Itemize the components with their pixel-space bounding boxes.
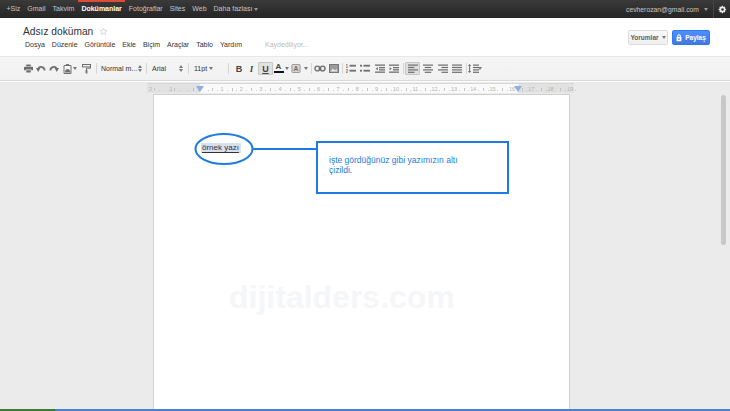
numbered-list-icon: 12 — [346, 64, 356, 73]
numbered-list-button[interactable]: 12 — [343, 62, 358, 75]
ruler-dot — [323, 90, 324, 91]
ruler-number: 18 — [548, 86, 554, 92]
align-justify-button[interactable] — [450, 62, 465, 75]
align-right-button[interactable] — [435, 62, 450, 75]
ruler-tick — [193, 88, 194, 91]
lock-icon — [676, 34, 682, 42]
ruler-tick — [290, 88, 291, 91]
ruler-dot — [227, 90, 228, 91]
up-arrow-icon — [138, 65, 142, 68]
ruler-tick — [502, 88, 503, 91]
ruler-tick — [174, 88, 175, 91]
topbar-account-area: cevherozan@gmail.com — [626, 0, 727, 18]
insert-image-button[interactable] — [327, 62, 342, 75]
line-spacing-caret-icon[interactable] — [478, 67, 482, 70]
ruler-tick — [483, 88, 484, 91]
topbar-separator — [713, 0, 714, 18]
italic-button[interactable]: I — [244, 62, 259, 75]
menu-dzenle[interactable]: Düzenle — [52, 41, 78, 48]
font-dropdown-value: Arial — [152, 65, 179, 72]
font-dropdown[interactable]: Arial — [152, 62, 183, 75]
bulleted-list-button[interactable] — [358, 62, 373, 75]
topbar-item-sites[interactable]: Sites — [166, 0, 189, 18]
ruler-tick — [464, 88, 465, 91]
font-dropdown-arrows-icon — [179, 65, 183, 72]
ruler-dot — [381, 90, 382, 91]
star-icon[interactable] — [99, 27, 108, 36]
ruler-dot — [294, 90, 295, 91]
ruler-dot — [304, 90, 305, 91]
increase-indent-button[interactable] — [386, 62, 401, 75]
down-arrow-icon — [138, 69, 142, 72]
highlight-color-button[interactable]: A — [288, 62, 303, 75]
topbar-item-label: Dokümanlar — [81, 5, 121, 12]
ruler-dot — [555, 90, 556, 91]
toolbar-separator — [228, 63, 229, 74]
doc-header: Adsız doküman DosyaDüzenleGörüntüleEkleB… — [0, 18, 730, 56]
ruler-number: 15 — [490, 86, 496, 92]
comments-button[interactable]: Yorumlar — [628, 30, 668, 45]
styles-dropdown[interactable]: Normal m... — [101, 62, 142, 75]
ruler-body[interactable]: 2112345678910111213141516171819 — [147, 83, 574, 93]
menu-bar: DosyaDüzenleGörüntüleEkleBiçimAraçlarTab… — [25, 41, 309, 48]
vertical-scrollbar[interactable] — [721, 95, 726, 245]
web-clipboard-caret-icon[interactable] — [73, 67, 77, 70]
ruler-dot — [488, 90, 489, 91]
highlight-color-icon: A — [291, 64, 301, 73]
align-left-button[interactable] — [405, 62, 420, 75]
menu-tablo[interactable]: Tablo — [196, 41, 213, 48]
left-indent-marker[interactable] — [196, 86, 204, 92]
account-email[interactable]: cevherozan@gmail.com — [626, 6, 702, 13]
topbar-item-takvim[interactable]: Takvim — [49, 0, 78, 18]
document-page[interactable]: örnek yazı işte gördüğünüz gibi yazımızı… — [153, 94, 570, 411]
highlight-color-caret-icon[interactable] — [304, 67, 308, 70]
account-caret-icon[interactable] — [704, 8, 708, 11]
menu-grntle[interactable]: Görüntüle — [85, 41, 116, 48]
menu-dosya[interactable]: Dosya — [25, 41, 45, 48]
ruler-dot — [352, 90, 353, 91]
ruler-tick — [386, 88, 387, 91]
share-button[interactable]: Paylaş — [672, 30, 710, 45]
font-size-dropdown-value: 11pt — [194, 65, 209, 72]
ruler-dot — [459, 90, 460, 91]
bold-label: B — [236, 64, 243, 74]
ruler-dot — [420, 90, 421, 91]
ruler-dot — [468, 90, 469, 91]
topbar-item-web[interactable]: Web — [189, 0, 210, 18]
menu-ekle[interactable]: Ekle — [122, 41, 136, 48]
callout-box[interactable]: işte gördüğünüz gibi yazımızın altı çizi… — [316, 141, 509, 194]
ruler-tick — [541, 88, 542, 91]
topbar-item-gmail[interactable]: Gmail — [24, 0, 49, 18]
topbar-item-fotoraflar[interactable]: Fotoğraflar — [125, 0, 166, 18]
ruler-tick — [348, 88, 349, 91]
ruler-number: 4 — [278, 86, 281, 92]
topbar-item-dahafazlas[interactable]: Daha fazlası — [210, 0, 262, 18]
ruler-dot — [507, 90, 508, 91]
gear-icon[interactable] — [718, 5, 727, 14]
menu-biim[interactable]: Biçim — [143, 41, 160, 48]
menu-yardm[interactable]: Yardım — [220, 41, 242, 48]
font-size-dropdown[interactable]: 11pt — [194, 62, 213, 75]
ruler-dot — [333, 90, 334, 91]
ruler-tick — [406, 88, 407, 91]
ruler-dot — [536, 90, 537, 91]
ruler-number: 13 — [451, 86, 457, 92]
insert-link-button[interactable] — [312, 62, 327, 75]
comments-caret-icon — [662, 36, 666, 39]
right-indent-marker[interactable] — [514, 86, 522, 92]
align-center-button[interactable] — [420, 62, 435, 75]
document-title[interactable]: Adsız doküman — [23, 26, 93, 37]
ruler-dot — [449, 90, 450, 91]
menu-aralar[interactable]: Araçlar — [167, 41, 189, 48]
align-left-icon — [408, 64, 418, 73]
header-actions: Yorumlar Paylaş — [628, 30, 710, 45]
active-tab-indicator — [78, 0, 125, 2]
ruler-tick — [328, 88, 329, 91]
saving-status: Kaydediliyor... — [265, 41, 309, 48]
share-label: Paylaş — [685, 34, 706, 41]
paint-format-button[interactable] — [79, 62, 94, 75]
align-center-icon — [423, 64, 433, 73]
topbar-item-dokmanlar[interactable]: Dokümanlar — [78, 0, 125, 18]
ruler-number: 8 — [356, 86, 359, 92]
topbar-item-siz[interactable]: +Siz — [3, 0, 24, 18]
